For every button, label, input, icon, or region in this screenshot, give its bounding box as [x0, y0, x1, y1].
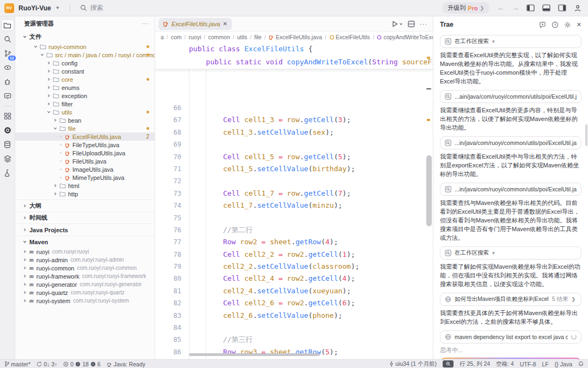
code-line[interactable]: 72	[155, 175, 433, 187]
back-button[interactable]: ←	[497, 4, 504, 12]
toggle-right-panel-icon[interactable]	[558, 4, 566, 11]
code-line[interactable]: 81 cell2_4.setCellValue(xueyuan);	[155, 285, 433, 297]
tree-item[interactable]: ruoyi-common	[15, 43, 155, 51]
extensions-icon[interactable]	[1, 110, 14, 122]
code-line[interactable]: 79 cell2_2.setCellValue(classroom);	[155, 261, 433, 273]
breadcrumb-item[interactable]: ExcelFileUtils	[329, 34, 370, 40]
breadcrumb-item[interactable]: a	[161, 34, 164, 40]
source-control-icon[interactable]: 12	[1, 47, 14, 59]
section-Java Projects[interactable]: Java Projects	[15, 224, 155, 236]
explorer-icon[interactable]	[1, 19, 14, 31]
code-line[interactable]: 74 cell1_7.setCellValue(minzu);	[155, 200, 433, 212]
tool-call-pill[interactable]: 在工作区搜索▾	[440, 35, 581, 48]
maven-item[interactable]: mruoyi-systemcom.ruoyi:ruoyi-system	[15, 297, 155, 305]
branch-indicator[interactable]: master*	[4, 361, 30, 367]
sync-indicator[interactable]: 0↓ 3↑	[36, 361, 57, 367]
section-files[interactable]: 文件	[15, 31, 155, 43]
tree-item[interactable]: core	[15, 75, 155, 83]
breadcrumb-item[interactable]: file	[254, 34, 261, 40]
maven-item[interactable]: mruoyi-frameworkcom.ruoyi:ruoyi-framewor…	[15, 272, 155, 280]
maven-item[interactable]: mruoyi-generatorcom.ruoyi:ruoyi-generato…	[15, 280, 155, 288]
trae-scrollbar[interactable]	[585, 124, 587, 146]
code-line[interactable]: 80 Cell cell2_4 = row2.getCell(4);	[155, 273, 433, 285]
notifications-bell-icon[interactable]	[578, 361, 584, 367]
tree-item[interactable]: filter	[15, 100, 155, 108]
code-line[interactable]: 76 //第二行	[155, 224, 433, 236]
commit-indicator[interactable]: uiu34 (1 个月前)	[389, 360, 437, 368]
plugin-icon[interactable]	[1, 124, 14, 136]
tool-call-pill[interactable]: 如何导出Maven项目依赖坐标到Excel5 结果❯	[440, 293, 581, 306]
history-icon[interactable]	[552, 21, 559, 28]
tree-item[interactable]: src / main / java / com / ruoyi / common	[15, 51, 155, 59]
breadcrumb-item[interactable]: copyAndWriteToExcel(String, String, Stri…	[377, 34, 433, 40]
maven-item[interactable]: mruoyi-commoncom.ruoyi:ruoyi-common	[15, 264, 155, 272]
tree-item[interactable]: ExcelFileUtils.java2	[15, 132, 155, 141]
eol[interactable]: LF	[542, 361, 549, 367]
code-area[interactable]: 6667 Cell cell1_3 = row.getCell(3);68 ce…	[155, 69, 433, 359]
zoom-indicator[interactable]	[443, 360, 454, 367]
breadcrumb-item[interactable]: ExcelFileUtils.java	[268, 34, 322, 40]
search-view-icon[interactable]	[1, 33, 14, 45]
database-icon[interactable]	[1, 138, 14, 150]
java-status[interactable]: Java: Ready	[107, 361, 145, 367]
tree-item[interactable]: MimeTypeUtils.java	[15, 173, 155, 182]
close-tab-icon[interactable]: ✕	[223, 21, 227, 27]
encoding[interactable]: UTF-8	[520, 361, 536, 367]
project-name[interactable]: RuoYi-Vue	[19, 4, 51, 12]
new-chat-icon[interactable]	[539, 21, 546, 28]
section-maven[interactable]: Maven	[15, 236, 155, 248]
tree-item[interactable]: FileUtils.java	[15, 157, 155, 165]
editor-hscrollbar[interactable]	[189, 353, 320, 356]
settings-gear-icon[interactable]	[564, 21, 571, 28]
problems-indicator[interactable]: 0 ! 18 i 6	[63, 361, 100, 367]
tool-call-pill[interactable]: ...in/java/com/ruoyi/common/utils/poi/Ex…	[440, 136, 581, 149]
tree-item[interactable]: html	[15, 182, 155, 190]
breadcrumb[interactable]: a/com/ruoyi/common/utils/file/ExcelFileU…	[155, 32, 433, 43]
project-chevron-icon[interactable]: ▼	[56, 5, 60, 10]
sticky-line[interactable]: public static void copyAndWriteToExcel(S…	[155, 56, 433, 69]
code-line[interactable]: 82 Cell cell2_6 = row2.getCell(6);	[155, 297, 433, 309]
code-line[interactable]: 84	[155, 322, 433, 334]
section-大纲[interactable]: 大纲	[15, 200, 155, 212]
account-icon[interactable]	[574, 4, 581, 12]
maven-item[interactable]: mruoyi-admincom.ruoyi:ruoyi-admin	[15, 256, 155, 264]
code-line[interactable]: 67 Cell cell1_3 = row.getCell(3);	[155, 114, 433, 126]
split-editor-icon[interactable]	[408, 21, 415, 27]
breadcrumb-item[interactable]: common	[208, 34, 230, 40]
breadcrumb-item[interactable]: com	[171, 34, 182, 40]
tool-call-pill[interactable]: 在工作区搜索▾	[440, 246, 581, 260]
global-search[interactable]: 搜索	[80, 3, 103, 13]
close-panel-icon[interactable]: ✕	[577, 21, 581, 28]
code-line[interactable]: 69	[155, 138, 433, 150]
code-line[interactable]: 86 Row row3 = sheet.getRow(5);	[155, 346, 433, 358]
code-line[interactable]: 73 Cell cell1_7 = row.getCell(7);	[155, 188, 433, 200]
tree-item[interactable]: FileUploadUtils.java	[15, 149, 155, 157]
code-line[interactable]: 87 Cell cell3_2 = row3.getCell(1);	[155, 358, 433, 359]
code-line[interactable]: 75	[155, 212, 433, 224]
breadcrumb-item[interactable]: utils	[237, 34, 247, 40]
tree-item[interactable]: http	[15, 190, 155, 198]
code-line[interactable]: 66	[155, 102, 433, 114]
code-line[interactable]: 78 Cell cell2_2 = row2.getCell(1);	[155, 249, 433, 261]
tool-call-pill[interactable]: maven dependency list export to excel ja…	[440, 330, 581, 343]
cursor-position[interactable]: 行 25, 列 24	[460, 360, 490, 368]
run-button[interactable]	[392, 21, 403, 27]
forward-button[interactable]: →	[512, 4, 519, 12]
code-line[interactable]: 68 cell1_3.setCellValue(sex);	[155, 126, 433, 138]
test-runner-icon[interactable]	[1, 90, 14, 102]
upgrade-pro-button[interactable]: 升级到 Pro ❯	[442, 2, 489, 14]
tool-call-pill[interactable]: ...ain/java/com/ruoyi/common/utils/poi/E…	[440, 90, 581, 103]
tree-item[interactable]: constant	[15, 67, 155, 75]
scrollbar-thumb[interactable]	[426, 155, 432, 226]
maven-item[interactable]: mruoyicom.ruoyi:ruoyi	[15, 248, 155, 256]
code-line[interactable]: 83 cell2_6.setCellValue(phone);	[155, 310, 433, 322]
debug-icon[interactable]	[1, 76, 14, 88]
language-mode[interactable]: {} Java	[555, 361, 572, 367]
tree-item[interactable]: ImageUtils.java	[15, 165, 155, 173]
tree-item[interactable]: file	[15, 124, 155, 132]
tree-item[interactable]: exception	[15, 92, 155, 100]
tree-item[interactable]: config	[15, 59, 155, 67]
editor-vscrollbar[interactable]	[425, 16, 433, 359]
layers-icon[interactable]	[1, 153, 14, 165]
tree-item[interactable]: utils	[15, 108, 155, 116]
